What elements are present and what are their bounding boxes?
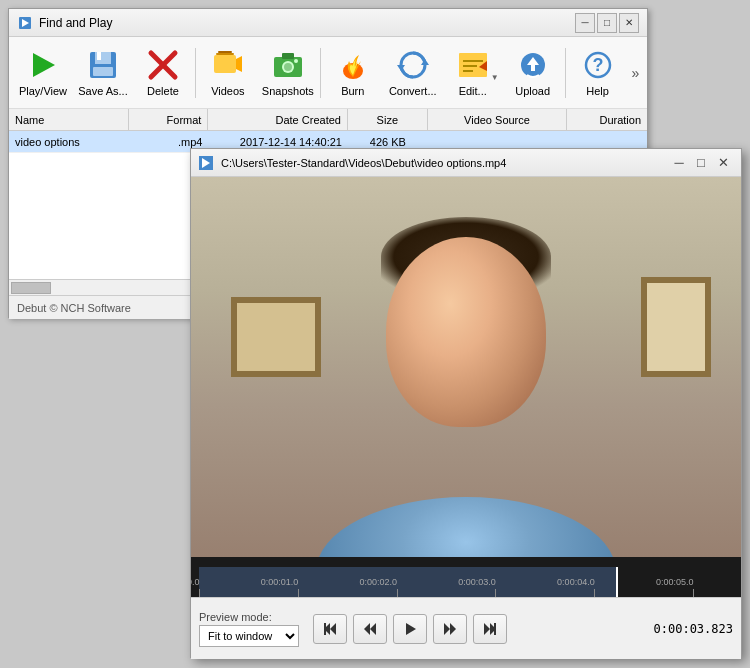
face	[386, 237, 546, 427]
shirt	[316, 497, 616, 557]
vp-titlebar: C:\Users\Tester-Standard\Videos\Debut\vi…	[191, 149, 741, 177]
tick-0	[199, 589, 200, 597]
time-label-1: 0:00:01.0	[261, 577, 299, 587]
toolbar-help-button[interactable]: ? Help	[568, 42, 628, 104]
tick-4	[594, 589, 595, 597]
toolbar-convert-button[interactable]: Convert...	[383, 42, 443, 104]
svg-rect-34	[324, 623, 326, 635]
timeline-cursor[interactable]	[616, 567, 618, 597]
snapshots-icon	[270, 47, 306, 83]
skip-to-start-button[interactable]	[313, 614, 347, 644]
svg-rect-10	[216, 53, 234, 55]
convert-label: Convert...	[389, 85, 437, 97]
video-player-window: C:\Users\Tester-Standard\Videos\Debut\vi…	[190, 148, 742, 658]
svg-marker-2	[33, 53, 55, 77]
play-pause-button[interactable]	[393, 614, 427, 644]
toolbar-videos-button[interactable]: Videos	[198, 42, 258, 104]
tick-5	[693, 589, 694, 597]
fp-close-button[interactable]: ✕	[619, 13, 639, 33]
col-header-source: Video Source	[428, 109, 568, 130]
col-header-name: Name	[9, 109, 129, 130]
vp-close-button[interactable]: ✕	[713, 153, 733, 173]
file-list-header: Name Format Date Created Size Video Sour…	[9, 109, 647, 131]
convert-icon	[395, 47, 431, 83]
toolbar-upload-button[interactable]: Upload	[503, 42, 563, 104]
fp-maximize-button[interactable]: □	[597, 13, 617, 33]
play-label: Play/View	[19, 85, 67, 97]
svg-marker-38	[406, 623, 416, 635]
col-header-date: Date Created	[208, 109, 348, 130]
col-header-duration: Duration	[567, 109, 647, 130]
help-icon: ?	[580, 47, 616, 83]
fp-window-controls: ─ □ ✕	[575, 13, 639, 33]
prev-frame-button[interactable]	[353, 614, 387, 644]
preview-mode-select[interactable]: Fit to window Original size Stretch	[199, 625, 299, 647]
edit-dropdown-arrow: ▼	[491, 73, 499, 82]
toolbar-more-button[interactable]: »	[628, 42, 643, 104]
svg-text:?: ?	[592, 55, 603, 75]
scrollbar-thumb[interactable]	[11, 282, 51, 294]
tick-1	[298, 589, 299, 597]
toolbar-play-button[interactable]: Play/View	[13, 42, 73, 104]
col-header-format: Format	[129, 109, 209, 130]
timeline-track[interactable]: 0:00:00.0 0:00:01.0 0:00:02.0 0:00:03.0 …	[199, 567, 733, 597]
edit-label: Edit...	[459, 85, 487, 97]
videos-label: Videos	[211, 85, 244, 97]
help-label: Help	[586, 85, 609, 97]
burn-label: Burn	[341, 85, 364, 97]
tick-2	[397, 589, 398, 597]
vp-app-icon	[199, 155, 215, 171]
vp-window-controls: ─ □ ✕	[669, 153, 733, 173]
svg-rect-9	[214, 55, 236, 73]
upload-icon	[515, 47, 551, 83]
burn-icon	[335, 47, 371, 83]
preview-mode-label: Preview mode:	[199, 611, 272, 623]
time-label-5: 0:00:05.0	[656, 577, 694, 587]
toolbar-burn-button[interactable]: Burn	[323, 42, 383, 104]
file-name: video options	[9, 131, 129, 152]
person-head	[376, 237, 556, 437]
svg-marker-35	[330, 623, 336, 635]
svg-rect-6	[93, 67, 113, 76]
app-icon	[17, 15, 33, 31]
timeline-area[interactable]: 0:00:00.0 0:00:01.0 0:00:02.0 0:00:03.0 …	[191, 557, 741, 597]
upload-label: Upload	[515, 85, 550, 97]
save-label: Save As...	[78, 85, 128, 97]
svg-point-17	[294, 59, 298, 63]
edit-icon	[455, 47, 491, 83]
svg-rect-16	[282, 53, 294, 59]
svg-marker-39	[444, 623, 450, 635]
time-label-0: 0:00:00.0	[191, 577, 200, 587]
toolbar-edit-button[interactable]: Edit... ▼	[443, 42, 503, 104]
person-layer	[191, 177, 741, 557]
fp-title: Find and Play	[39, 16, 575, 30]
svg-marker-41	[484, 623, 490, 635]
timeline-mark-3: 0:00:03.0	[495, 589, 496, 597]
time-label-2: 0:00:02.0	[360, 577, 398, 587]
toolbar-save-button[interactable]: Save As...	[73, 42, 133, 104]
vp-maximize-button[interactable]: □	[691, 153, 711, 173]
svg-marker-12	[236, 56, 242, 72]
statusbar-text: Debut © NCH Software	[17, 302, 131, 314]
col-header-size: Size	[348, 109, 428, 130]
tick-3	[495, 589, 496, 597]
videos-icon	[210, 47, 246, 83]
skip-to-end-button[interactable]	[473, 614, 507, 644]
toolbar-delete-button[interactable]: Delete	[133, 42, 193, 104]
fp-minimize-button[interactable]: ─	[575, 13, 595, 33]
vp-minimize-button[interactable]: ─	[669, 153, 689, 173]
next-frame-button[interactable]	[433, 614, 467, 644]
svg-point-15	[284, 63, 292, 71]
svg-rect-11	[218, 51, 232, 53]
fp-titlebar: Find and Play ─ □ ✕	[9, 9, 647, 37]
toolbar-sep-3	[565, 48, 566, 98]
timeline-mark-1: 0:00:01.0	[298, 589, 299, 597]
snapshots-label: Snapshots	[262, 85, 314, 97]
vp-title: C:\Users\Tester-Standard\Videos\Debut\vi…	[221, 157, 669, 169]
toolbar-sep-2	[320, 48, 321, 98]
toolbar-snapshots-button[interactable]: Snapshots	[258, 42, 318, 104]
timeline-mark-4: 0:00:04.0	[594, 589, 595, 597]
svg-rect-5	[97, 52, 101, 60]
preview-mode-group: Preview mode: Fit to window Original siz…	[199, 611, 299, 647]
svg-marker-40	[450, 623, 456, 635]
